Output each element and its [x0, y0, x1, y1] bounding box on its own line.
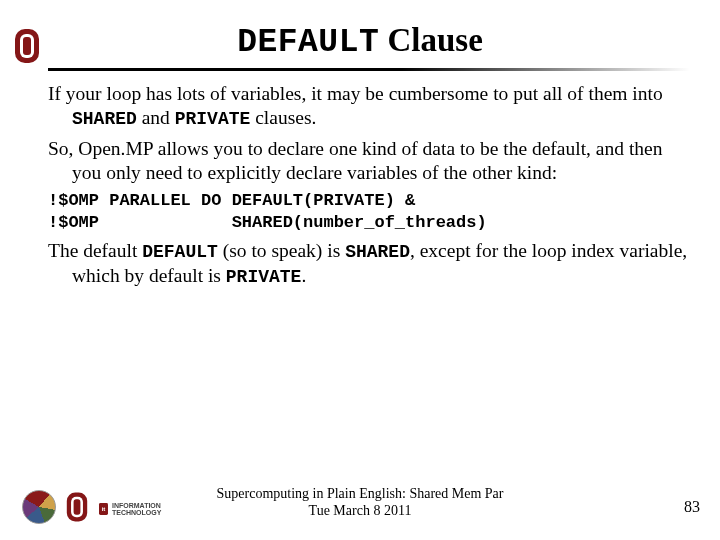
- text: clauses.: [250, 107, 316, 128]
- text: If your loop has lots of variables, it m…: [48, 83, 663, 104]
- text: The default: [48, 240, 142, 261]
- slide-title: DEFAULT Clause: [237, 22, 483, 58]
- paragraph-3: The default DEFAULT (so to speak) is SHA…: [48, 239, 688, 289]
- text: (so to speak) is: [218, 240, 345, 261]
- page-number: 83: [684, 498, 700, 516]
- footer-line-1: Supercomputing in Plain English: Shared …: [0, 486, 720, 503]
- title-code: DEFAULT: [237, 24, 379, 61]
- text: and: [137, 107, 175, 128]
- code-shared: SHARED: [72, 109, 137, 129]
- slide-body: If your loop has lots of variables, it m…: [48, 82, 688, 295]
- footer-line-2: Tue March 8 2011: [0, 503, 720, 520]
- paragraph-1: If your loop has lots of variables, it m…: [48, 82, 688, 131]
- code-private: PRIVATE: [175, 109, 251, 129]
- footer-caption: Supercomputing in Plain English: Shared …: [0, 486, 720, 520]
- paragraph-2: So, Open.MP allows you to declare one ki…: [48, 137, 688, 185]
- title-divider: [48, 68, 690, 71]
- code-block: !$OMP PARALLEL DO DEFAULT(PRIVATE) & !$O…: [48, 190, 688, 233]
- slide-footer: it INFORMATION TECHNOLOGY Supercomputing…: [0, 472, 720, 526]
- code-private-2: PRIVATE: [226, 267, 302, 287]
- slide-title-row: DEFAULT Clause: [0, 22, 720, 61]
- code-default: DEFAULT: [142, 242, 218, 262]
- code-shared-2: SHARED: [345, 242, 410, 262]
- title-rest: Clause: [379, 22, 483, 58]
- text: .: [301, 265, 306, 286]
